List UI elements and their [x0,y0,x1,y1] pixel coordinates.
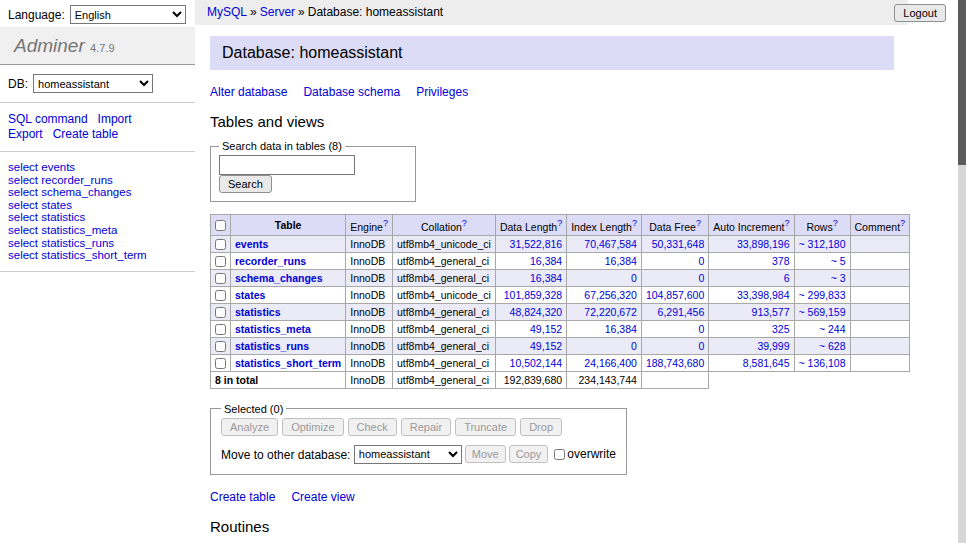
column-help-link[interactable]: ? [833,218,838,228]
sidebar-select-link[interactable]: select statistics_runs [8,237,187,250]
scrollbar-thumb[interactable] [958,0,966,165]
data-free-link[interactable]: 50,331,648 [652,238,705,250]
rows-link[interactable]: ~ 569,159 [799,306,846,318]
sidebar-action-link[interactable]: Create table [53,127,118,141]
data-length-link[interactable]: 16,384 [530,272,562,284]
sidebar-select-link[interactable]: select events [8,161,187,174]
row-checkbox[interactable] [215,273,226,284]
index-length-link[interactable]: 0 [631,340,637,352]
search-button[interactable]: Search [219,175,272,193]
row-checkbox[interactable] [215,307,226,318]
table-name-link[interactable]: recorder_runs [235,255,306,267]
sidebar-action-link[interactable]: SQL command [8,112,88,126]
auto-increment-link[interactable]: 33,898,196 [737,238,790,250]
create-link[interactable]: Create view [291,490,354,504]
move-button[interactable]: Move [465,445,506,463]
breadcrumb-server-link[interactable]: Server [260,5,295,19]
data-length-link[interactable]: 48,824,320 [510,306,563,318]
data-length-link[interactable]: 101,859,328 [504,289,562,301]
rows-link[interactable]: ~ 244 [819,323,846,335]
data-free-link[interactable]: 0 [698,272,704,284]
table-name-link[interactable]: statistics [235,306,281,318]
search-input[interactable] [219,155,355,175]
data-length-link[interactable]: 49,152 [530,340,562,352]
rows-link[interactable]: ~ 299,833 [799,289,846,301]
row-checkbox[interactable] [215,256,226,267]
index-length-link[interactable]: 70,467,584 [584,238,637,250]
index-length-link[interactable]: 16,384 [605,323,637,335]
select-all-checkbox[interactable] [215,220,226,231]
move-db-select[interactable]: homeassistant [354,445,462,464]
sidebar-select-link[interactable]: select recorder_runs [8,174,187,187]
rows-link[interactable]: ~ 628 [819,340,846,352]
data-free-link[interactable]: 6,291,456 [658,306,705,318]
overwrite-checkbox[interactable] [554,449,565,460]
column-help-link[interactable]: ? [900,218,905,228]
column-help-link[interactable]: ? [785,218,790,228]
data-length-link[interactable]: 31,522,816 [510,238,563,250]
language-select[interactable]: English [70,5,186,24]
table-name-link[interactable]: schema_changes [235,272,323,284]
auto-increment-link[interactable]: 39,999 [757,340,789,352]
copy-button[interactable]: Copy [509,445,549,463]
index-length-link[interactable]: 24,166,400 [584,357,637,369]
create-link[interactable]: Create table [210,490,275,504]
auto-increment-link[interactable]: 325 [772,323,790,335]
db-nav-link[interactable]: Privileges [416,85,468,99]
auto-increment-link[interactable]: 8,581,645 [743,357,790,369]
auto-increment-link[interactable]: 378 [772,255,790,267]
sidebar-select-link[interactable]: select states [8,199,187,212]
sidebar-select-link[interactable]: select statistics_short_term [8,249,187,262]
table-name-link[interactable]: statistics_meta [235,323,311,335]
sidebar-select-link[interactable]: select statistics [8,211,187,224]
table-name-link[interactable]: events [235,238,268,250]
selected-action-button[interactable]: Check [348,418,397,436]
rows-link[interactable]: ~ 312,180 [799,238,846,250]
selected-action-button[interactable]: Optimize [282,418,343,436]
rows-link[interactable]: ~ 5 [831,255,846,267]
auto-increment-link[interactable]: 913,577 [752,306,790,318]
db-nav-link[interactable]: Database schema [303,85,400,99]
data-free-link[interactable]: 0 [698,255,704,267]
auto-increment-link[interactable]: 33,398,984 [737,289,790,301]
sidebar-select-link[interactable]: select schema_changes [8,186,187,199]
column-help-link[interactable]: ? [632,218,637,228]
db-nav-link[interactable]: Alter database [210,85,287,99]
selected-action-button[interactable]: Drop [520,418,562,436]
rows-link[interactable]: ~ 136,108 [799,357,846,369]
selected-action-button[interactable]: Repair [401,418,451,436]
logout-button[interactable]: Logout [894,4,946,22]
data-free-link[interactable]: 104,857,600 [646,289,704,301]
rows-link[interactable]: ~ 3 [831,272,846,284]
table-name-link[interactable]: states [235,289,265,301]
breadcrumb-mysql-link[interactable]: MySQL [207,5,247,19]
data-length-link[interactable]: 10,502,144 [510,357,563,369]
selected-action-button[interactable]: Truncate [455,418,516,436]
table-name-link[interactable]: statistics_runs [235,340,309,352]
index-length-link[interactable]: 72,220,672 [584,306,637,318]
db-select[interactable]: homeassistant [33,74,153,93]
data-length-link[interactable]: 16,384 [530,255,562,267]
data-free-link[interactable]: 188,743,680 [646,357,704,369]
column-help-link[interactable]: ? [696,218,701,228]
row-checkbox[interactable] [215,239,226,250]
sidebar-action-link[interactable]: Export [8,127,43,141]
scrollbar[interactable] [958,0,966,543]
index-length-link[interactable]: 0 [631,272,637,284]
column-help-link[interactable]: ? [462,218,467,228]
auto-increment-link[interactable]: 6 [784,272,790,284]
table-name-link[interactable]: statistics_short_term [235,357,341,369]
sidebar-select-link[interactable]: select statistics_meta [8,224,187,237]
index-length-link[interactable]: 16,384 [605,255,637,267]
selected-action-button[interactable]: Analyze [221,418,278,436]
column-help-link[interactable]: ? [557,218,562,228]
row-checkbox[interactable] [215,290,226,301]
column-help-link[interactable]: ? [383,218,388,228]
data-free-link[interactable]: 0 [698,323,704,335]
data-free-link[interactable]: 0 [698,340,704,352]
sidebar-action-link[interactable]: Import [98,112,132,126]
row-checkbox[interactable] [215,358,226,369]
row-checkbox[interactable] [215,324,226,335]
row-checkbox[interactable] [215,341,226,352]
index-length-link[interactable]: 67,256,320 [584,289,637,301]
